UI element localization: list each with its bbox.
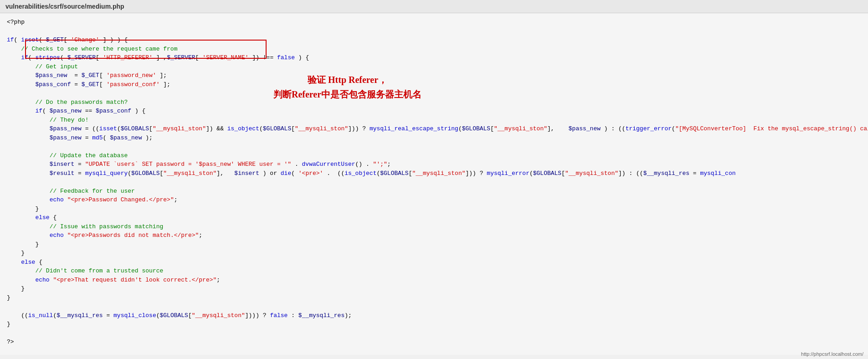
code-container: 验证 Http Referer， 判断Referer中是否包含服务器主机名 <?… (0, 13, 868, 355)
annotation: 验证 Http Referer， 判断Referer中是否包含服务器主机名 (273, 72, 421, 102)
footer-url: http://phpcsrf.localhost.com/ (801, 351, 863, 357)
page-title: vulnerabilities/csrf/source/medium.php (0, 0, 868, 13)
code-block: <?php if( isset( $_GET[ 'Change' ] ) ) {… (7, 18, 861, 347)
